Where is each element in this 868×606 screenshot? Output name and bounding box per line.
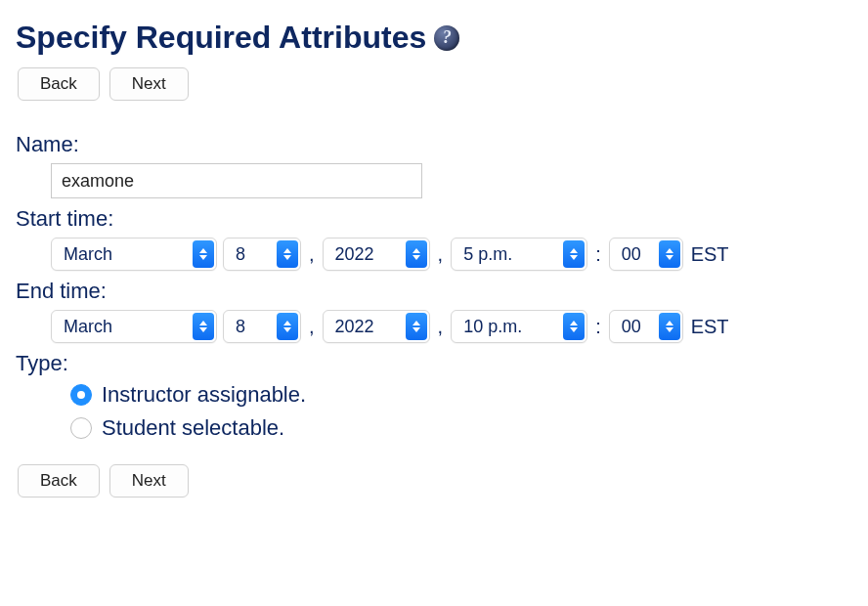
start-minute-select[interactable]: 00 — [609, 238, 683, 271]
updown-icon — [406, 240, 427, 268]
help-icon[interactable]: ? — [434, 25, 459, 51]
updown-icon — [193, 313, 214, 340]
start-year-select[interactable]: 2022 — [323, 238, 430, 271]
back-button-bottom[interactable]: Back — [18, 464, 100, 498]
separator-comma: , — [307, 243, 317, 266]
end-time-label: End time: — [16, 279, 858, 304]
start-month-value: March — [52, 244, 122, 265]
updown-icon — [563, 313, 585, 340]
start-day-select[interactable]: 8 — [223, 238, 301, 271]
start-day-value: 8 — [224, 244, 255, 265]
updown-icon — [659, 240, 680, 268]
start-time-field: Start time: March 8 , 2022 , 5 p.m. : 00… — [16, 206, 858, 271]
updown-icon — [277, 313, 298, 340]
top-button-row: Back Next — [18, 67, 858, 101]
end-minute-value: 00 — [610, 317, 651, 337]
radio-indicator-unchecked-icon — [70, 417, 92, 439]
updown-icon — [277, 240, 298, 268]
start-minute-value: 00 — [610, 244, 651, 265]
type-student-radio[interactable]: Student selectable. — [70, 415, 858, 441]
end-hour-select[interactable]: 10 p.m. — [451, 310, 587, 343]
end-day-value: 8 — [224, 317, 255, 337]
start-year-value: 2022 — [324, 244, 384, 265]
name-field: Name: — [16, 132, 858, 198]
end-hour-value: 10 p.m. — [452, 317, 532, 337]
end-timezone: EST — [691, 316, 729, 338]
start-hour-value: 5 p.m. — [452, 244, 522, 265]
type-label: Type: — [16, 351, 858, 376]
end-time-field: End time: March 8 , 2022 , 10 p.m. : 00 … — [16, 279, 858, 343]
updown-icon — [659, 313, 680, 340]
start-time-row: March 8 , 2022 , 5 p.m. : 00 EST — [51, 238, 858, 271]
page-title-text: Specify Required Attributes — [16, 20, 426, 56]
separator-colon: : — [593, 316, 603, 338]
end-year-value: 2022 — [324, 317, 384, 337]
end-year-select[interactable]: 2022 — [323, 310, 430, 343]
end-day-select[interactable]: 8 — [223, 310, 301, 343]
updown-icon — [193, 240, 214, 268]
end-minute-select[interactable]: 00 — [609, 310, 683, 343]
end-month-select[interactable]: March — [51, 310, 217, 343]
type-student-label: Student selectable. — [102, 415, 284, 441]
end-month-value: March — [52, 317, 122, 337]
next-button-bottom[interactable]: Next — [109, 464, 189, 498]
separator-comma: , — [436, 243, 446, 266]
type-radio-group: Instructor assignable. Student selectabl… — [70, 382, 858, 441]
type-instructor-radio[interactable]: Instructor assignable. — [70, 382, 858, 408]
start-month-select[interactable]: March — [51, 238, 217, 271]
separator-comma: , — [307, 316, 317, 338]
updown-icon — [563, 240, 585, 268]
name-label: Name: — [16, 132, 858, 157]
page-title: Specify Required Attributes ? — [16, 20, 858, 56]
bottom-button-row: Back Next — [18, 464, 858, 498]
start-timezone: EST — [691, 243, 729, 266]
separator-colon: : — [593, 243, 603, 266]
next-button[interactable]: Next — [109, 67, 189, 101]
updown-icon — [406, 313, 427, 340]
type-field: Type: Instructor assignable. Student sel… — [16, 351, 858, 441]
back-button[interactable]: Back — [18, 67, 100, 101]
radio-indicator-checked-icon — [70, 384, 92, 406]
type-instructor-label: Instructor assignable. — [102, 382, 306, 408]
separator-comma: , — [436, 316, 446, 338]
start-time-label: Start time: — [16, 206, 858, 232]
end-time-row: March 8 , 2022 , 10 p.m. : 00 EST — [51, 310, 858, 343]
start-hour-select[interactable]: 5 p.m. — [451, 238, 587, 271]
name-input[interactable] — [51, 163, 422, 198]
